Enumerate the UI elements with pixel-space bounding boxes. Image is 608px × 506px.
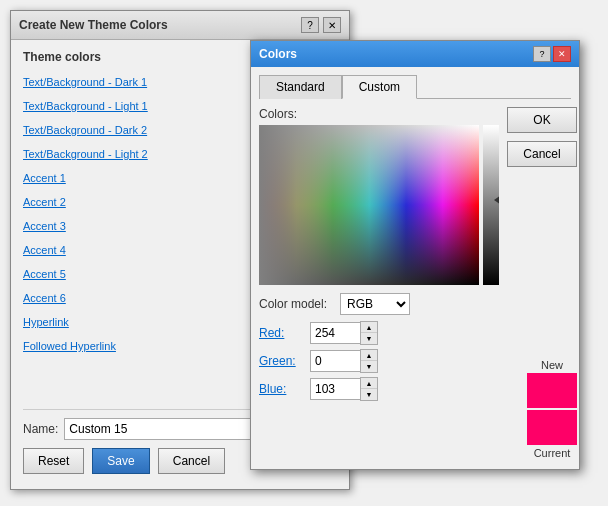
ok-button[interactable]: OK: [507, 107, 577, 133]
current-label: Current: [534, 447, 571, 459]
new-label: New: [541, 359, 563, 371]
red-label: Red:: [259, 326, 304, 340]
name-label: Name:: [23, 422, 58, 436]
tabs-row: Standard Custom: [259, 75, 571, 99]
red-input[interactable]: [310, 322, 360, 344]
colors-help-button[interactable]: ?: [533, 46, 551, 62]
green-spinner: ▲ ▼: [360, 349, 378, 373]
current-color-swatch: [527, 410, 577, 445]
red-input-group: ▲ ▼: [310, 321, 378, 345]
brightness-gradient: [483, 125, 499, 285]
green-spin-up[interactable]: ▲: [361, 350, 377, 361]
spectrum-canvas[interactable]: [259, 125, 479, 285]
blue-spin-down[interactable]: ▼: [361, 389, 377, 400]
brightness-slider[interactable]: [483, 125, 499, 285]
colors-body: Standard Custom Colors: Color model:: [251, 67, 579, 467]
red-row: Red: ▲ ▼: [259, 321, 499, 345]
colors-content: Colors: Color model: RGB HSL: [259, 107, 571, 459]
new-color-swatch: [527, 373, 577, 408]
colors-dialog: Colors ? ✕ Standard Custom Colors:: [250, 40, 580, 470]
red-spinner: ▲ ▼: [360, 321, 378, 345]
colors-titlebar: Colors ? ✕: [251, 41, 579, 67]
theme-close-button[interactable]: ✕: [323, 17, 341, 33]
color-picker-wrapper: [259, 125, 499, 285]
tab-custom[interactable]: Custom: [342, 75, 417, 99]
brightness-indicator: [494, 195, 499, 205]
tab-standard[interactable]: Standard: [259, 75, 342, 99]
green-row: Green: ▲ ▼: [259, 349, 499, 373]
right-panel: OK Cancel New Current: [507, 107, 577, 459]
reset-button[interactable]: Reset: [23, 448, 84, 474]
green-input-group: ▲ ▼: [310, 349, 378, 373]
green-input[interactable]: [310, 350, 360, 372]
colors-picker-label: Colors:: [259, 107, 499, 121]
color-model-row: Color model: RGB HSL: [259, 293, 499, 315]
theme-dialog-title: Create New Theme Colors: [19, 18, 168, 32]
colors-title: Colors: [259, 47, 297, 61]
preview-panel: New Current: [527, 359, 577, 459]
colors-cancel-button[interactable]: Cancel: [507, 141, 577, 167]
blue-input-group: ▲ ▼: [310, 377, 378, 401]
color-model-select[interactable]: RGB HSL: [340, 293, 410, 315]
color-model-label: Color model:: [259, 297, 334, 311]
red-spin-down[interactable]: ▼: [361, 333, 377, 344]
theme-title-buttons: ? ✕: [301, 17, 341, 33]
theme-help-button[interactable]: ?: [301, 17, 319, 33]
blue-row: Blue: ▲ ▼: [259, 377, 499, 401]
blue-spinner: ▲ ▼: [360, 377, 378, 401]
green-label: Green:: [259, 354, 304, 368]
left-panel: Colors: Color model: RGB HSL: [259, 107, 499, 459]
green-spin-down[interactable]: ▼: [361, 361, 377, 372]
colors-close-button[interactable]: ✕: [553, 46, 571, 62]
colors-title-buttons: ? ✕: [533, 46, 571, 62]
save-button[interactable]: Save: [92, 448, 149, 474]
theme-dialog-titlebar: Create New Theme Colors ? ✕: [11, 11, 349, 40]
cancel-button[interactable]: Cancel: [158, 448, 225, 474]
blue-spin-up[interactable]: ▲: [361, 378, 377, 389]
red-spin-up[interactable]: ▲: [361, 322, 377, 333]
blue-input[interactable]: [310, 378, 360, 400]
blue-label: Blue:: [259, 382, 304, 396]
